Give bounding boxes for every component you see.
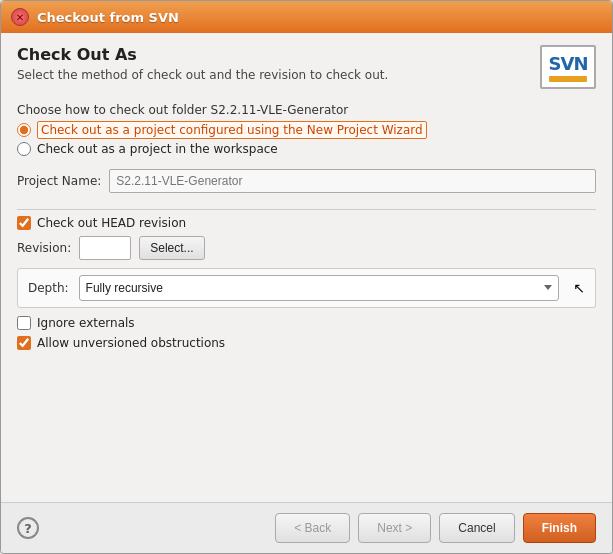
radio-option-2-label[interactable]: Check out as a project in the workspace [37,142,278,156]
ignore-externals-label[interactable]: Ignore externals [37,316,135,330]
header-row: Check Out As Select the method of check … [17,45,596,89]
button-group: < Back Next > Cancel Finish [275,513,596,543]
radio-option-1-label[interactable]: Check out as a project configured using … [37,123,427,137]
title-bar: ✕ Checkout from SVN [1,1,612,33]
svn-logo: SVN [540,45,596,89]
ignore-externals-row[interactable]: Ignore externals [17,316,596,330]
cancel-button[interactable]: Cancel [439,513,514,543]
allow-unversioned-checkbox[interactable] [17,336,31,350]
page-subtitle: Select the method of check out and the r… [17,68,388,82]
radio-input-1[interactable] [17,123,31,137]
allow-unversioned-label[interactable]: Allow unversioned obstructions [37,336,225,350]
svn-logo-content: SVN [549,53,588,82]
select-button[interactable]: Select... [139,236,204,260]
revision-row: Revision: Select... [17,236,596,260]
head-revision-label[interactable]: Check out HEAD revision [37,216,186,230]
page-title: Check Out As [17,45,388,64]
radio-option-1[interactable]: Check out as a project configured using … [17,123,596,137]
head-revision-row[interactable]: Check out HEAD revision [17,216,596,230]
close-icon: ✕ [16,12,24,23]
divider-1 [17,209,596,210]
header-left: Check Out As Select the method of check … [17,45,388,82]
next-button[interactable]: Next > [358,513,431,543]
revision-label: Revision: [17,241,71,255]
allow-unversioned-row[interactable]: Allow unversioned obstructions [17,336,596,350]
dialog-title: Checkout from SVN [37,10,179,25]
cursor-indicator: ↖ [573,280,585,296]
project-name-row: Project Name: [17,169,596,193]
depth-label: Depth: [28,281,69,295]
radio-option-1-text: Check out as a project configured using … [41,123,423,137]
depth-select[interactable]: Fully recursive Immediate children Only … [79,275,560,301]
project-name-input[interactable] [109,169,596,193]
help-button[interactable]: ? [17,517,39,539]
depth-row: Depth: Fully recursive Immediate childre… [17,268,596,308]
project-name-label: Project Name: [17,174,101,188]
close-button[interactable]: ✕ [11,8,29,26]
back-button[interactable]: < Back [275,513,350,543]
svn-logo-text: SVN [549,53,588,74]
ignore-externals-checkbox[interactable] [17,316,31,330]
head-revision-checkbox[interactable] [17,216,31,230]
bottom-bar: ? < Back Next > Cancel Finish [1,502,612,553]
revision-input[interactable] [79,236,131,260]
section-label: Choose how to check out folder S2.2.11-V… [17,103,596,117]
radio-option-1-box: Check out as a project configured using … [37,121,427,139]
radio-input-2[interactable] [17,142,31,156]
finish-button[interactable]: Finish [523,513,596,543]
svn-logo-bar [549,76,588,82]
radio-option-2[interactable]: Check out as a project in the workspace [17,142,596,156]
checkout-dialog: ✕ Checkout from SVN Check Out As Select … [0,0,613,554]
dialog-content: Check Out As Select the method of check … [1,33,612,502]
